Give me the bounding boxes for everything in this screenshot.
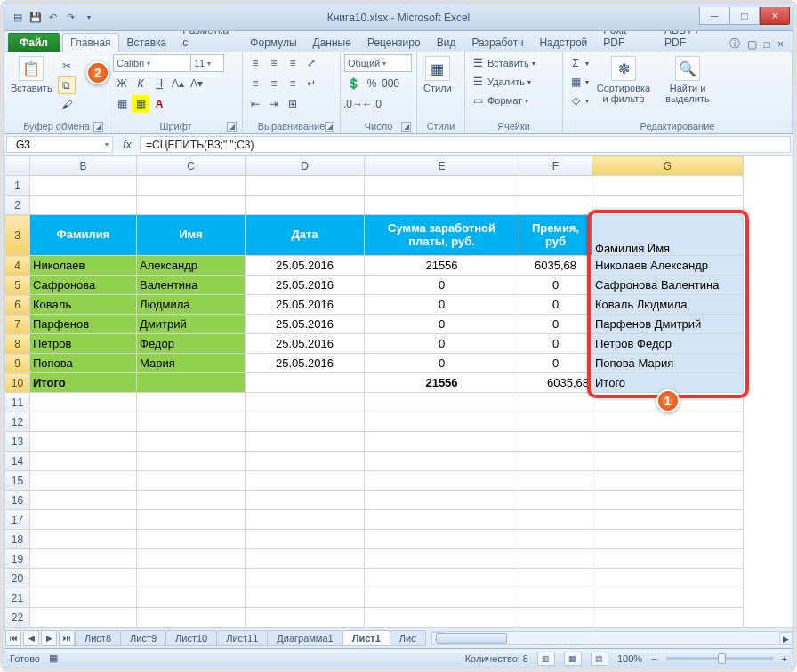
row-header[interactable]: 22 bbox=[5, 608, 30, 628]
cell[interactable]: Мария bbox=[137, 354, 246, 373]
cell[interactable]: 0 bbox=[365, 295, 519, 315]
cell[interactable]: Коваль Людмила bbox=[592, 295, 744, 315]
cell[interactable] bbox=[365, 530, 519, 549]
worksheet-grid[interactable]: BCDEFG123ФамилияИмяДатаСумма заработной … bbox=[4, 156, 793, 627]
cell[interactable] bbox=[519, 196, 592, 215]
cell[interactable]: Попова bbox=[30, 354, 137, 373]
col-header-D[interactable]: D bbox=[246, 156, 365, 176]
cell[interactable] bbox=[137, 549, 246, 569]
cell[interactable] bbox=[137, 393, 246, 412]
fill-color-button[interactable]: ▦ bbox=[132, 95, 149, 113]
cell[interactable] bbox=[592, 452, 744, 471]
zoom-slider[interactable] bbox=[666, 657, 773, 660]
cell[interactable]: Николаев Александр bbox=[592, 256, 744, 276]
cell[interactable] bbox=[519, 432, 592, 452]
sheet-tab[interactable]: Лист10 bbox=[165, 630, 217, 646]
tab-nav-prev[interactable]: ◀ bbox=[23, 630, 39, 646]
table-header[interactable]: Дата bbox=[246, 215, 365, 256]
cell[interactable] bbox=[592, 530, 744, 549]
cell[interactable] bbox=[137, 510, 246, 530]
tab-формулы[interactable]: Формулы bbox=[242, 33, 304, 52]
comma-icon[interactable]: 000 bbox=[382, 75, 399, 92]
increase-font-icon[interactable]: A▴ bbox=[169, 75, 187, 92]
copy-button[interactable]: ⧉ bbox=[58, 76, 76, 94]
cell[interactable] bbox=[592, 549, 744, 569]
row-header[interactable]: 10 bbox=[5, 373, 30, 393]
cell[interactable] bbox=[365, 608, 519, 628]
cell[interactable] bbox=[246, 549, 365, 569]
cell[interactable] bbox=[519, 452, 592, 471]
cell[interactable]: Парфенов bbox=[30, 315, 137, 334]
cell[interactable] bbox=[365, 196, 519, 215]
decrease-decimal-icon[interactable]: ←.0 bbox=[363, 95, 381, 113]
cell[interactable] bbox=[137, 412, 246, 432]
dialog-launcher-icon[interactable]: ◢ bbox=[325, 122, 334, 132]
cell-styles-button[interactable]: ▦Стили bbox=[421, 54, 455, 95]
zoom-in-icon[interactable]: + bbox=[782, 653, 787, 664]
cell[interactable] bbox=[137, 569, 246, 588]
align-middle-icon[interactable]: ≡ bbox=[265, 54, 283, 72]
qat-dropdown-icon[interactable]: ▾ bbox=[81, 10, 96, 25]
cell[interactable]: Людмила bbox=[137, 295, 246, 315]
tab-разработч[interactable]: Разработч bbox=[463, 33, 531, 52]
sheet-tab[interactable]: Лист9 bbox=[120, 630, 166, 646]
cell[interactable] bbox=[592, 510, 744, 530]
cell[interactable] bbox=[519, 491, 592, 510]
cell[interactable] bbox=[30, 608, 137, 628]
cell[interactable]: 25.05.2016 bbox=[246, 256, 365, 276]
cell[interactable] bbox=[30, 452, 137, 471]
restore-window-icon[interactable]: □ bbox=[764, 38, 770, 51]
cell[interactable]: 25.05.2016 bbox=[246, 315, 365, 334]
cell[interactable] bbox=[246, 491, 365, 510]
undo-icon[interactable]: ↶ bbox=[45, 10, 60, 25]
row-header[interactable]: 15 bbox=[5, 471, 30, 491]
name-box[interactable]: G3▾ bbox=[6, 136, 113, 153]
cell[interactable] bbox=[246, 373, 365, 393]
cell[interactable] bbox=[519, 588, 592, 608]
cell[interactable]: 0 bbox=[519, 276, 592, 295]
cell[interactable] bbox=[592, 491, 744, 510]
cut-button[interactable]: ✂ bbox=[58, 57, 76, 75]
cell[interactable]: Сафронова Валентина bbox=[592, 276, 744, 295]
col-header-B[interactable]: B bbox=[30, 156, 137, 176]
cell[interactable] bbox=[519, 530, 592, 549]
cell[interactable]: 21556 bbox=[365, 256, 519, 276]
underline-button[interactable]: Ч bbox=[150, 75, 168, 92]
minimize-button[interactable]: ─ bbox=[699, 7, 729, 25]
font-size-combo[interactable]: 11▾ bbox=[190, 54, 224, 72]
cell[interactable]: 0 bbox=[519, 334, 592, 354]
help-icon[interactable]: ⓘ bbox=[729, 36, 740, 52]
cell[interactable] bbox=[246, 393, 365, 412]
cell[interactable]: Петров Федор bbox=[592, 334, 744, 354]
view-normal-icon[interactable]: ▥ bbox=[537, 652, 555, 666]
row-header[interactable]: 21 bbox=[5, 588, 30, 608]
select-all-corner[interactable] bbox=[5, 156, 30, 176]
orientation-icon[interactable]: ⤢ bbox=[302, 54, 320, 72]
delete-cells-icon[interactable]: ☰ bbox=[469, 73, 487, 91]
tab-nav-first[interactable]: ⏮ bbox=[5, 630, 21, 646]
tab-данные[interactable]: Данные bbox=[305, 33, 359, 52]
view-pagebreak-icon[interactable]: ▤ bbox=[591, 652, 608, 666]
cell[interactable] bbox=[592, 176, 744, 196]
sheet-tab[interactable]: Лист11 bbox=[216, 630, 268, 646]
cell[interactable] bbox=[246, 432, 365, 452]
cell[interactable] bbox=[137, 530, 246, 549]
cell[interactable]: 6035,68 bbox=[519, 373, 592, 393]
cell[interactable]: 0 bbox=[365, 334, 519, 354]
col-header-C[interactable]: C bbox=[137, 156, 246, 176]
row-header[interactable]: 16 bbox=[5, 491, 30, 510]
cell[interactable] bbox=[137, 452, 246, 471]
table-header[interactable]: Фамилия bbox=[30, 215, 137, 256]
cell[interactable] bbox=[30, 393, 137, 412]
cell[interactable] bbox=[246, 412, 365, 432]
number-format-combo[interactable]: Общий▾ bbox=[344, 54, 412, 72]
cell[interactable] bbox=[30, 412, 137, 432]
cell[interactable] bbox=[137, 196, 246, 215]
row-header[interactable]: 7 bbox=[5, 315, 30, 334]
cell[interactable] bbox=[365, 393, 519, 412]
tab-nav-last[interactable]: ⏭ bbox=[59, 630, 75, 646]
cell[interactable] bbox=[30, 176, 137, 196]
decrease-font-icon[interactable]: A▾ bbox=[188, 75, 205, 92]
cell[interactable]: 0 bbox=[365, 276, 519, 295]
formula-input[interactable]: =СЦЕПИТЬ(B3;" ";C3) bbox=[140, 136, 791, 153]
